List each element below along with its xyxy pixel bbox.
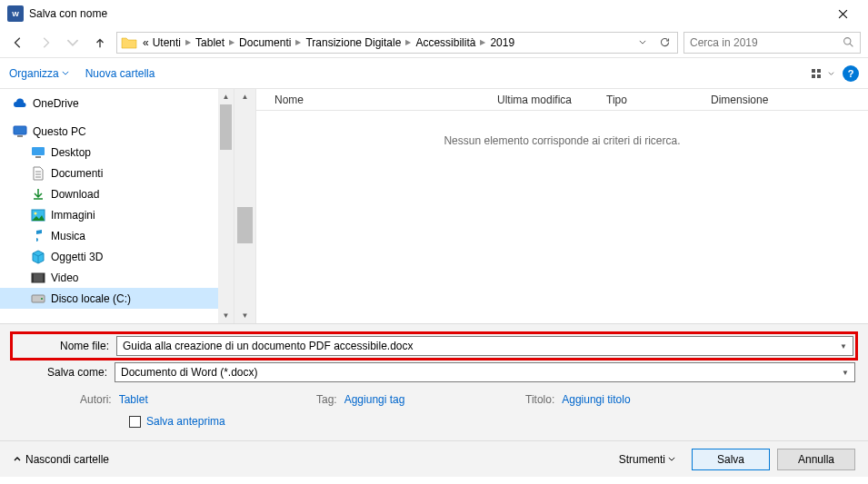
monitor-icon: [13, 124, 27, 139]
svg-rect-3: [812, 74, 815, 78]
scrollbar-thumb[interactable]: [220, 104, 232, 150]
breadcrumb-prefix[interactable]: «: [141, 36, 151, 49]
new-folder-button[interactable]: Nuova cartella: [85, 67, 155, 80]
breadcrumb-item[interactable]: Transizione Digitale: [304, 36, 403, 49]
tree-3dobjects[interactable]: Oggetti 3D: [0, 246, 218, 267]
tree-downloads[interactable]: Download: [0, 183, 218, 204]
metadata-row: Autori: Tablet Tag: Aggiungi tag Titolo:…: [13, 386, 855, 411]
tree-label: Documenti: [51, 167, 103, 180]
drive-icon: [31, 291, 45, 306]
address-bar[interactable]: « Utenti▶ Tablet▶ Documenti▶ Transizione…: [116, 32, 678, 54]
save-preview-label[interactable]: Salva anteprima: [146, 415, 225, 428]
chevron-down-icon[interactable]: ▼: [840, 342, 847, 351]
save-button[interactable]: Salva: [692, 449, 770, 470]
chevron-right-icon: ▶: [183, 38, 194, 46]
column-name[interactable]: Nome: [256, 94, 488, 106]
chevron-down-icon: [668, 457, 675, 461]
chevron-right-icon: ▶: [403, 38, 414, 46]
tree-onedrive[interactable]: OneDrive: [0, 93, 218, 114]
svg-rect-12: [32, 273, 34, 282]
save-preview-checkbox[interactable]: [129, 416, 141, 428]
svg-rect-7: [32, 147, 45, 155]
scroll-down-icon[interactable]: ▼: [234, 308, 255, 323]
tree-music[interactable]: Musica: [0, 225, 218, 246]
cloud-icon: [13, 96, 27, 111]
organize-label: Organizza: [9, 67, 59, 80]
tag-add-link[interactable]: Aggiungi tag: [344, 393, 405, 406]
saveas-select[interactable]: Documento di Word (*.docx) ▼: [115, 362, 855, 382]
search-input[interactable]: [690, 36, 843, 49]
breadcrumb-item[interactable]: Accessibilità: [414, 36, 477, 49]
tree-label: Oggetti 3D: [51, 251, 103, 263]
cube-icon: [31, 250, 45, 264]
chevron-down-icon[interactable]: ▼: [842, 369, 849, 377]
svg-point-10: [35, 212, 37, 214]
forward-button[interactable]: [35, 32, 56, 54]
filename-input[interactable]: [123, 340, 840, 352]
breadcrumb-item[interactable]: 2019: [488, 36, 516, 49]
chevron-down-icon: [828, 72, 834, 75]
navigation-bar: « Utenti▶ Tablet▶ Documenti▶ Transizione…: [0, 27, 868, 58]
scrollbar-thumb[interactable]: [237, 207, 253, 243]
tree-localdisk[interactable]: Disco locale (C:): [0, 288, 218, 309]
recent-dropdown-button[interactable]: [62, 32, 84, 54]
svg-rect-2: [817, 69, 821, 73]
svg-rect-13: [43, 273, 45, 282]
cancel-label: Annulla: [798, 453, 834, 466]
search-box[interactable]: [683, 32, 861, 54]
svg-point-15: [41, 298, 43, 300]
scroll-down-icon[interactable]: ▼: [218, 308, 234, 323]
tree-label: Immagini: [51, 209, 95, 222]
tag-label: Tag:: [316, 393, 337, 406]
address-dropdown-button[interactable]: [634, 34, 652, 52]
file-list-area: ▲ ▼ Nome Ultima modifica Tipo Dimensione…: [234, 89, 868, 323]
tree-label: Musica: [51, 230, 85, 242]
back-button[interactable]: [7, 32, 29, 54]
up-button[interactable]: [89, 32, 111, 54]
chevron-right-icon: ▶: [477, 38, 488, 46]
chevron-right-icon: ▶: [226, 38, 237, 46]
tree-desktop[interactable]: Desktop: [0, 142, 218, 163]
dialog-footer: Nascondi cartelle Strumenti Salva Annull…: [0, 440, 868, 477]
download-icon: [31, 187, 45, 202]
svg-rect-6: [17, 135, 23, 137]
chevron-right-icon: ▶: [293, 38, 304, 46]
tools-menu[interactable]: Strumenti: [619, 453, 675, 466]
column-headers: Nome Ultima modifica Tipo Dimensione: [256, 89, 868, 111]
tree-documents[interactable]: Documenti: [0, 163, 218, 183]
tree-thispc[interactable]: Questo PC: [0, 121, 218, 142]
scroll-up-icon[interactable]: ▲: [234, 89, 255, 104]
sidebar-scrollbar[interactable]: ▲ ▼: [218, 89, 234, 323]
file-list-scrollbar[interactable]: ▲ ▼: [234, 89, 256, 323]
filename-input-wrap[interactable]: ▼: [116, 336, 853, 356]
breadcrumb-item[interactable]: Documenti: [237, 36, 293, 49]
title-add-link[interactable]: Aggiungi titolo: [562, 393, 630, 406]
hide-folders-label: Nascondi cartelle: [25, 453, 109, 466]
help-button[interactable]: ?: [843, 65, 859, 82]
cancel-button[interactable]: Annulla: [777, 449, 855, 470]
breadcrumb-item[interactable]: Tablet: [194, 36, 226, 49]
hide-folders-button[interactable]: Nascondi cartelle: [13, 453, 109, 466]
breadcrumb-item[interactable]: Utenti: [151, 36, 183, 49]
chevron-down-icon: [62, 71, 69, 75]
view-options-button[interactable]: [808, 64, 835, 84]
documents-icon: [31, 166, 45, 181]
save-label: Salva: [717, 453, 744, 466]
tree-pictures[interactable]: Immagini: [0, 204, 218, 225]
column-modified[interactable]: Ultima modifica: [488, 94, 597, 106]
scroll-up-icon[interactable]: ▲: [218, 89, 234, 104]
column-size[interactable]: Dimensione: [702, 94, 793, 106]
window-title: Salva con nome: [29, 7, 107, 20]
svg-rect-11: [32, 273, 45, 282]
filename-label: Nome file:: [15, 340, 116, 352]
tools-label: Strumenti: [619, 453, 665, 466]
desktop-icon: [31, 145, 45, 160]
refresh-button[interactable]: [655, 34, 673, 52]
close-button[interactable]: [824, 0, 861, 27]
tree-videos[interactable]: Video: [0, 267, 218, 288]
word-app-icon: W: [7, 5, 24, 22]
authors-value[interactable]: Tablet: [119, 393, 148, 406]
organize-menu[interactable]: Organizza: [9, 67, 69, 80]
column-type[interactable]: Tipo: [597, 94, 702, 106]
tree-label: OneDrive: [33, 97, 79, 110]
